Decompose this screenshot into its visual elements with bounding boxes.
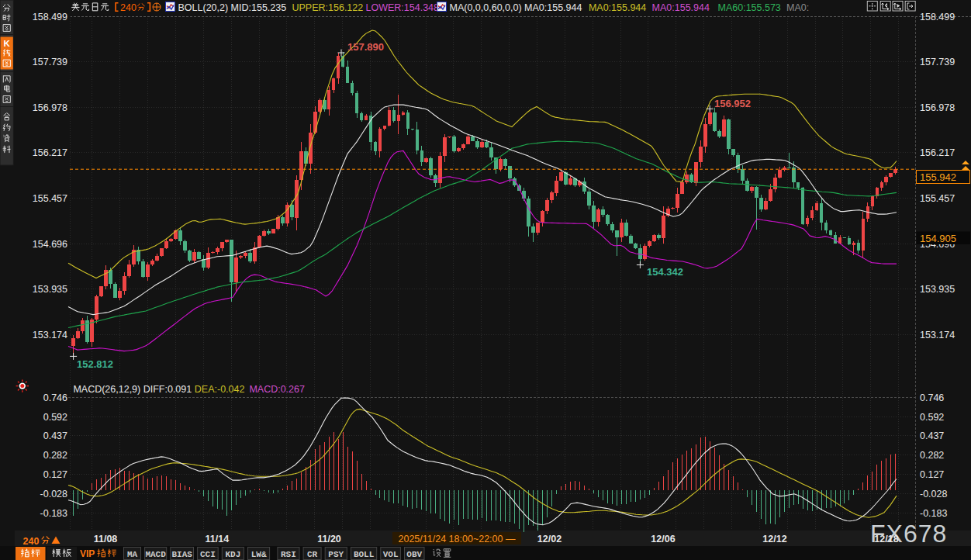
svg-text:155.942: 155.942 (920, 171, 956, 183)
svg-text:0.437: 0.437 (43, 430, 67, 441)
svg-text:240: 240 (23, 536, 40, 547)
svg-text:12/06: 12/06 (651, 534, 675, 544)
svg-text:156.978: 156.978 (33, 102, 67, 113)
svg-text:LW&: LW& (251, 550, 267, 559)
svg-text:11/08: 11/08 (94, 534, 118, 544)
svg-text:153.935: 153.935 (920, 284, 955, 295)
svg-text:-0.183: -0.183 (920, 508, 947, 519)
svg-text:12/02: 12/02 (537, 534, 562, 544)
svg-text:157.890: 157.890 (347, 41, 384, 53)
svg-text:PSY: PSY (328, 550, 344, 559)
svg-text:154.342: 154.342 (647, 266, 683, 278)
svg-text:KDJ: KDJ (225, 550, 240, 559)
svg-text:158.499: 158.499 (33, 12, 67, 22)
svg-text:155.457: 155.457 (33, 193, 67, 204)
svg-text:MA0:: MA0: (786, 2, 809, 13)
svg-text:BIAS: BIAS (171, 550, 192, 559)
svg-text:154.696: 154.696 (33, 239, 67, 250)
svg-text:MA0:155.944: MA0:155.944 (652, 2, 710, 13)
svg-text:DEA:-0.042: DEA:-0.042 (195, 384, 245, 395)
svg-text:-0.028: -0.028 (40, 489, 67, 500)
svg-text:0.127: 0.127 (43, 469, 67, 480)
svg-text:11/14: 11/14 (206, 534, 230, 544)
svg-text:156.217: 156.217 (920, 147, 955, 158)
svg-text:0.437: 0.437 (920, 430, 944, 441)
svg-text:157.739: 157.739 (920, 57, 955, 67)
svg-text:CCI: CCI (200, 550, 216, 559)
svg-text:BOLL: BOLL (354, 550, 375, 559)
svg-text:11/20: 11/20 (317, 534, 341, 544)
svg-text:0.282: 0.282 (43, 450, 67, 461)
svg-text:0.746: 0.746 (43, 392, 67, 403)
svg-text:154.905: 154.905 (920, 233, 956, 244)
svg-text:BOLL(20,2) MID:155.235: BOLL(20,2) MID:155.235 (178, 2, 287, 13)
svg-text:153.174: 153.174 (33, 330, 67, 340)
svg-text:158.499: 158.499 (920, 12, 955, 22)
svg-text:0.592: 0.592 (920, 412, 944, 423)
svg-text:UPPER:156.122: UPPER:156.122 (292, 2, 364, 13)
svg-text:MACD:0.267: MACD:0.267 (249, 384, 305, 395)
svg-text:2025/11/24 18:00~22:00 —: 2025/11/24 18:00~22:00 — (399, 534, 516, 544)
svg-text:0.282: 0.282 (920, 450, 944, 461)
svg-text:LOWER:154.348: LOWER:154.348 (366, 2, 440, 13)
svg-text:MA0:155.944: MA0:155.944 (589, 2, 646, 13)
svg-text:12/18: 12/18 (874, 534, 898, 544)
svg-text:-0.028: -0.028 (920, 489, 947, 500)
svg-text:VIP: VIP (80, 548, 95, 559)
svg-text:MACD: MACD (145, 550, 166, 559)
svg-text:MA(0,0,0,60,0,0) MA0:155.944: MA(0,0,0,60,0,0) MA0:155.944 (450, 2, 582, 13)
svg-text:153.935: 153.935 (33, 284, 67, 295)
svg-text:152.812: 152.812 (77, 358, 113, 370)
svg-text:K: K (3, 39, 10, 48)
svg-text:156.978: 156.978 (920, 102, 955, 113)
svg-text:RSI: RSI (281, 550, 296, 559)
svg-text:0.592: 0.592 (43, 412, 67, 423)
svg-text:-0.183: -0.183 (40, 508, 67, 519)
svg-text:153.174: 153.174 (920, 330, 955, 340)
svg-text:240: 240 (120, 2, 136, 13)
svg-text:12/12: 12/12 (762, 534, 786, 544)
svg-text:157.739: 157.739 (33, 57, 67, 67)
svg-text:155.457: 155.457 (920, 193, 955, 204)
svg-text:0.746: 0.746 (920, 392, 944, 403)
svg-text:OBV: OBV (406, 550, 422, 559)
svg-text:CR: CR (307, 550, 318, 559)
svg-text:MACD(26,12,9) DIFF:0.091: MACD(26,12,9) DIFF:0.091 (73, 384, 192, 395)
svg-text:156.217: 156.217 (33, 147, 67, 158)
svg-text:MA60:155.573: MA60:155.573 (718, 2, 781, 13)
svg-text:MA: MA (127, 550, 138, 559)
svg-text:0.127: 0.127 (920, 469, 944, 480)
svg-text:156.952: 156.952 (714, 98, 751, 109)
svg-text:VOL: VOL (383, 550, 399, 559)
